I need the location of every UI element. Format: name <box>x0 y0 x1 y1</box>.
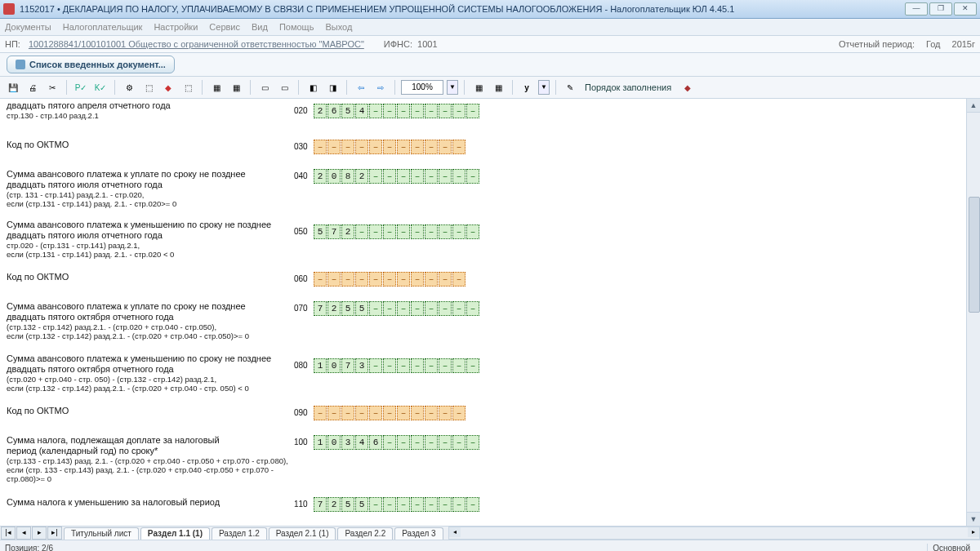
value-cell[interactable]: 8 <box>341 169 354 184</box>
menu-item[interactable]: Налогоплательщик <box>63 22 143 32</box>
horizontal-scrollbar[interactable]: ◂ ▸ <box>448 527 980 540</box>
value-cell[interactable] <box>397 224 410 239</box>
value-cell[interactable] <box>466 435 479 450</box>
value-cell[interactable]: 6 <box>327 104 341 118</box>
value-cell[interactable] <box>439 140 452 154</box>
zoom-dropdown[interactable]: ▼ <box>447 80 458 95</box>
value-cell[interactable] <box>466 358 479 373</box>
value-cell[interactable] <box>341 272 354 287</box>
value-cell[interactable]: 2 <box>355 169 368 184</box>
value-cell[interactable] <box>355 140 368 154</box>
value-cell[interactable] <box>452 140 466 154</box>
tool-icon[interactable]: ▦ <box>208 79 225 96</box>
value-cell[interactable]: 4 <box>355 435 368 450</box>
value-cell[interactable] <box>369 497 382 512</box>
value-cell[interactable] <box>397 104 410 118</box>
sheet-tab[interactable]: Титульный лист <box>64 527 139 540</box>
tool-icon[interactable]: ⬚ <box>140 79 157 96</box>
value-cell[interactable] <box>452 301 466 316</box>
value-cell[interactable] <box>327 272 341 287</box>
tab-nav-first[interactable]: |◂ <box>1 527 16 540</box>
value-cell[interactable] <box>397 301 410 316</box>
value-cell[interactable] <box>369 140 382 154</box>
value-cells[interactable]: 2082 <box>314 169 479 184</box>
vertical-scrollbar[interactable]: ▲ ▼ <box>966 99 980 526</box>
value-cell[interactable] <box>341 140 354 154</box>
sheet-tab[interactable]: Раздел 1.1 (1) <box>140 527 210 540</box>
tool-dropdown[interactable]: ▼ <box>538 80 550 95</box>
value-cell[interactable] <box>411 406 424 420</box>
tool-icon[interactable]: ▭ <box>256 79 273 96</box>
menu-item[interactable]: Выход <box>325 22 352 32</box>
value-cell[interactable] <box>411 358 424 373</box>
value-cell[interactable] <box>466 301 479 316</box>
value-cells[interactable]: 2654 <box>314 104 479 118</box>
value-cell[interactable] <box>452 435 466 450</box>
menu-item[interactable]: Помощь <box>279 22 314 32</box>
value-cell[interactable] <box>452 104 466 118</box>
arrow-left-icon[interactable]: ⇦ <box>353 79 369 96</box>
value-cell[interactable] <box>397 406 410 420</box>
value-cell[interactable]: 7 <box>314 497 327 512</box>
value-cell[interactable]: 5 <box>355 497 368 512</box>
scroll-right-icon[interactable]: ▸ <box>968 527 979 537</box>
tool-icon[interactable]: ◨ <box>324 79 341 96</box>
value-cell[interactable] <box>369 224 382 239</box>
menu-item[interactable]: Вид <box>252 22 268 32</box>
print-icon[interactable]: 🖨 <box>24 79 41 96</box>
value-cell[interactable] <box>466 169 479 184</box>
value-cell[interactable] <box>369 169 382 184</box>
tool-icon[interactable]: ⬚ <box>180 79 196 96</box>
value-cell[interactable] <box>383 301 396 316</box>
value-cell[interactable] <box>425 358 438 373</box>
value-cell[interactable]: 2 <box>327 497 341 512</box>
value-cell[interactable] <box>397 272 410 287</box>
value-cell[interactable] <box>397 497 410 512</box>
value-cell[interactable] <box>425 169 438 184</box>
value-cell[interactable]: 7 <box>341 358 354 373</box>
sheet-tab[interactable]: Раздел 2.2 <box>337 527 393 540</box>
value-cell[interactable] <box>425 301 438 316</box>
value-cells[interactable]: 7255 <box>314 497 479 512</box>
value-cell[interactable]: 7 <box>314 301 327 316</box>
value-cell[interactable] <box>411 497 424 512</box>
value-cell[interactable] <box>411 104 424 118</box>
check-p-icon[interactable]: P✓ <box>73 79 89 96</box>
value-cell[interactable] <box>439 272 452 287</box>
value-cell[interactable]: 4 <box>355 104 368 118</box>
value-cell[interactable] <box>397 140 410 154</box>
value-cell[interactable] <box>466 497 479 512</box>
value-cell[interactable] <box>452 358 466 373</box>
value-cell[interactable] <box>397 358 410 373</box>
value-cell[interactable] <box>439 358 452 373</box>
value-cells[interactable]: 572 <box>314 224 479 239</box>
value-cell[interactable] <box>466 104 479 118</box>
menu-item[interactable]: Сервис <box>209 22 240 32</box>
sheet-tab[interactable]: Раздел 1.2 <box>212 527 267 540</box>
value-cell[interactable]: 5 <box>341 104 354 118</box>
value-cell[interactable] <box>341 406 354 420</box>
value-cell[interactable] <box>439 104 452 118</box>
value-cell[interactable]: 2 <box>314 104 327 118</box>
sheet-tab[interactable]: Раздел 3 <box>394 527 443 540</box>
menu-item[interactable]: Настройки <box>154 22 198 32</box>
value-cell[interactable] <box>411 224 424 239</box>
doc-list-button[interactable]: Список введенных документ... <box>7 56 175 73</box>
value-cell[interactable]: 5 <box>341 497 354 512</box>
value-cell[interactable] <box>383 497 396 512</box>
value-cell[interactable] <box>466 224 479 239</box>
save-icon[interactable]: 💾 <box>5 79 21 96</box>
value-cell[interactable]: 2 <box>314 169 327 184</box>
tool-icon[interactable]: ▦ <box>470 79 487 96</box>
value-cell[interactable] <box>383 435 396 450</box>
arrow-right-icon[interactable]: ⇨ <box>372 79 389 96</box>
scroll-down-icon[interactable]: ▼ <box>967 512 980 526</box>
value-cell[interactable]: 3 <box>341 435 354 450</box>
cut-icon[interactable]: ✂ <box>44 79 60 96</box>
value-cell[interactable] <box>369 272 382 287</box>
value-cells[interactable]: 1073 <box>314 358 479 373</box>
maximize-button[interactable]: ❐ <box>929 2 952 16</box>
value-cell[interactable]: 5 <box>314 224 327 239</box>
value-cell[interactable] <box>425 140 438 154</box>
book-icon[interactable]: ◆ <box>679 79 696 96</box>
